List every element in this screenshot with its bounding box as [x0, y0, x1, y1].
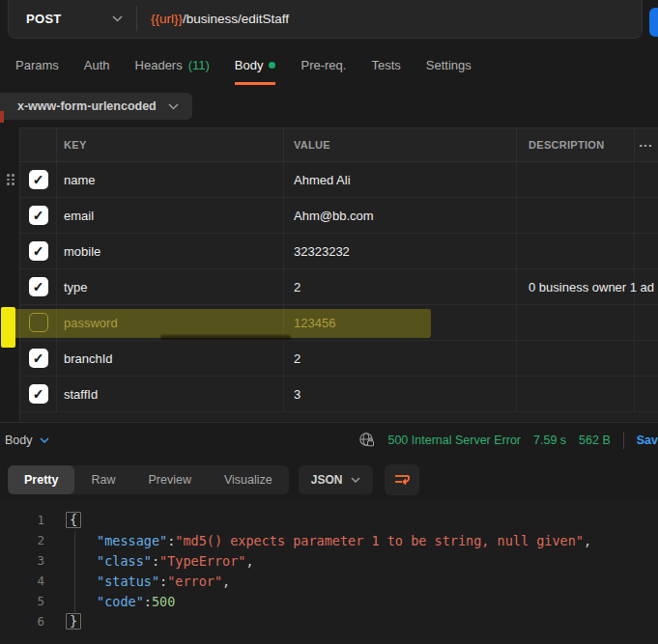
tab-pretty[interactable]: Pretty	[8, 465, 74, 494]
tab-tests[interactable]: Tests	[371, 46, 400, 85]
body-type-selector[interactable]: x-www-form-urlencoded	[0, 93, 192, 120]
line-number: 3	[0, 553, 44, 568]
value-cell[interactable]: Ahmed Ali	[283, 162, 516, 197]
tab-params[interactable]: Params	[15, 46, 59, 85]
row-checkbox[interactable]: ✓	[29, 384, 48, 404]
tab-preview[interactable]: Preview	[131, 465, 207, 494]
response-view-tabs: Pretty Raw Preview Visualize JSON	[8, 464, 419, 495]
table-row: ✓ staffId 3	[20, 377, 658, 412]
wrap-lines-icon	[392, 471, 412, 489]
status-badge: 500 Internal Server Error	[387, 434, 521, 447]
value-cell[interactable]: 32323232	[283, 234, 516, 268]
table-row: ✓ email Ahm@bb.com	[20, 198, 658, 234]
code-line: 6 }	[0, 611, 658, 631]
row-checkbox[interactable]: ✓	[29, 170, 48, 189]
code-line: 5 "code": 500	[0, 591, 658, 611]
body-type-label: x-www-form-urlencoded	[17, 99, 157, 113]
url-path: /business/editStaff	[183, 12, 289, 26]
table-row: ✓ branchId 2	[20, 341, 658, 377]
line-number: 6	[0, 614, 44, 629]
description-cell[interactable]	[516, 234, 634, 268]
format-selector[interactable]: JSON	[299, 465, 374, 494]
form-data-table: KEY VALUE DESCRIPTION ••• ✓ name Ahmed A…	[19, 127, 658, 421]
key-cell[interactable]: mobile	[56, 234, 283, 268]
chevron-down-icon	[40, 437, 49, 443]
column-header-key: KEY	[56, 128, 283, 161]
response-time: 7.59 s	[533, 434, 566, 447]
description-cell[interactable]	[516, 341, 634, 376]
column-header-value: VALUE	[283, 128, 516, 161]
key-cell[interactable]: branchId	[56, 341, 283, 376]
key-cell[interactable]: name	[56, 162, 283, 197]
description-cell[interactable]	[516, 162, 634, 197]
more-options-icon[interactable]: •••	[640, 141, 653, 150]
value-cell[interactable]: Ahm@bb.com	[283, 198, 516, 233]
tab-auth[interactable]: Auth	[84, 46, 110, 85]
edge-artifact	[0, 111, 4, 123]
value-cell[interactable]: 3	[283, 377, 516, 411]
request-tabs: Params Auth Headers(11) Body Pre-req. Te…	[0, 46, 658, 85]
wrap-lines-button[interactable]	[385, 464, 419, 495]
tab-raw[interactable]: Raw	[74, 465, 131, 494]
network-globe-lock-icon	[358, 432, 375, 448]
tab-pre-req[interactable]: Pre-req.	[300, 46, 346, 85]
table-row-empty	[20, 412, 658, 421]
key-cell[interactable]: email	[56, 198, 283, 233]
key-cell[interactable]: type	[56, 269, 283, 304]
chevron-down-icon	[351, 477, 360, 483]
value-cell[interactable]: 123456	[283, 305, 516, 340]
table-row: ✓ type 2 0 business owner 1 ad	[20, 269, 658, 305]
table-row-password-highlighted: password 123456	[20, 305, 658, 341]
row-checkbox-unchecked[interactable]	[29, 313, 48, 332]
response-body-dropdown[interactable]: Body	[5, 434, 49, 447]
column-header-description: DESCRIPTION	[516, 128, 634, 161]
chevron-down-icon	[168, 103, 179, 110]
save-response-button[interactable]: Sav	[637, 434, 658, 447]
tab-headers[interactable]: Headers(11)	[135, 46, 210, 85]
url-variable: {{url}}	[151, 12, 183, 26]
headers-count-badge: (11)	[188, 58, 210, 72]
table-row: ✓ name Ahmed Ali	[20, 162, 658, 198]
method-label: POST	[26, 12, 62, 26]
row-checkbox[interactable]: ✓	[29, 241, 48, 261]
row-checkbox[interactable]: ✓	[29, 206, 48, 225]
send-button[interactable]	[649, 8, 658, 37]
tab-settings[interactable]: Settings	[426, 46, 472, 85]
value-cell[interactable]: 2	[283, 269, 516, 304]
table-header-row: KEY VALUE DESCRIPTION •••	[20, 127, 658, 162]
line-number: 1	[0, 513, 44, 527]
chevron-down-icon	[112, 15, 123, 22]
code-line: 3 "class": "TypeError",	[0, 550, 658, 571]
fold-marker[interactable]: }	[66, 613, 81, 630]
view-segmented-control: Pretty Raw Preview Visualize	[8, 465, 289, 494]
description-cell[interactable]	[516, 198, 634, 233]
response-size: 562 B	[579, 434, 611, 447]
method-selector[interactable]: POST	[9, 0, 136, 38]
fold-marker[interactable]: {	[66, 512, 81, 528]
row-checkbox[interactable]: ✓	[29, 349, 48, 368]
value-cell[interactable]: 2	[283, 341, 516, 376]
table-row: ✓ mobile 32323232	[20, 234, 658, 269]
response-body-editor[interactable]: 1 { 2 "message": "md5() expects paramete…	[0, 502, 658, 644]
indent-guide	[74, 531, 75, 612]
code-line: 4 "status": "error",	[0, 571, 658, 591]
tab-body[interactable]: Body	[235, 46, 276, 85]
code-line: 1 {	[0, 510, 658, 530]
description-cell[interactable]	[516, 305, 634, 340]
divider	[623, 432, 624, 449]
response-meta-bar: Body 500 Internal Server Error 7.59 s 56…	[0, 422, 658, 457]
code-line: 2 "message": "md5() expects parameter 1 …	[0, 530, 658, 550]
highlighter-edge-blob	[1, 307, 15, 348]
url-input[interactable]: {{url}}/business/editStaff	[137, 12, 289, 26]
line-number: 5	[0, 594, 44, 608]
drag-handle-icon[interactable]	[7, 174, 15, 185]
row-checkbox[interactable]: ✓	[29, 277, 48, 296]
green-dot-icon	[269, 62, 275, 69]
description-cell[interactable]	[516, 377, 634, 411]
tab-visualize[interactable]: Visualize	[208, 465, 289, 494]
url-bar: POST {{url}}/business/editStaff	[8, 0, 643, 39]
postman-window: POST {{url}}/business/editStaff Params A…	[0, 0, 658, 644]
key-cell[interactable]: staffId	[56, 377, 283, 411]
description-cell[interactable]: 0 business owner 1 ad	[516, 269, 634, 304]
key-cell[interactable]: password	[56, 305, 283, 340]
